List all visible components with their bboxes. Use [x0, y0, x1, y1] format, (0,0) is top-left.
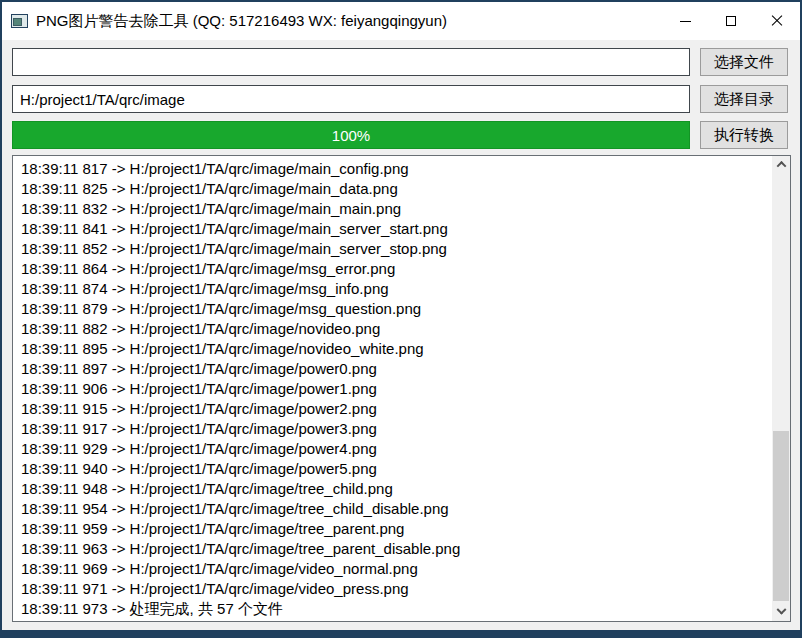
log-line: 18:39:11 882 -> H:/project1/TA/qrc/image… [21, 319, 772, 339]
log-lines: 18:39:11 817 -> H:/project1/TA/qrc/image… [13, 156, 772, 621]
log-line: 18:39:11 954 -> H:/project1/TA/qrc/image… [21, 499, 772, 519]
scrollbar-thumb[interactable] [773, 431, 789, 601]
log-line: 18:39:11 825 -> H:/project1/TA/qrc/image… [21, 179, 772, 199]
log-line: 18:39:11 864 -> H:/project1/TA/qrc/image… [21, 259, 772, 279]
scrollbar-up-button[interactable] [772, 156, 790, 173]
log-line: 18:39:11 852 -> H:/project1/TA/qrc/image… [21, 239, 772, 259]
log-line: 18:39:11 915 -> H:/project1/TA/qrc/image… [21, 399, 772, 419]
log-line: 18:39:11 969 -> H:/project1/TA/qrc/image… [21, 559, 772, 579]
log-line: 18:39:11 948 -> H:/project1/TA/qrc/image… [21, 479, 772, 499]
app-window-icon [11, 14, 28, 28]
log-line: 18:39:11 963 -> H:/project1/TA/qrc/image… [21, 539, 772, 559]
close-icon [771, 15, 783, 27]
minimize-button[interactable] [662, 2, 708, 40]
app-window-icon-pane [13, 18, 22, 26]
log-line: 18:39:11 940 -> H:/project1/TA/qrc/image… [21, 459, 772, 479]
log-line: 18:39:11 897 -> H:/project1/TA/qrc/image… [21, 359, 772, 379]
desktop: { "window": { "title": "PNG图片警告去除工具 (QQ:… [0, 0, 802, 638]
log-line: 18:39:11 817 -> H:/project1/TA/qrc/image… [21, 159, 772, 179]
select-directory-button[interactable]: 选择目录 [700, 85, 788, 113]
minimize-icon [680, 21, 691, 22]
titlebar: PNG图片警告去除工具 (QQ: 517216493 WX: feiyangqi… [2, 2, 800, 40]
log-box: 18:39:11 817 -> H:/project1/TA/qrc/image… [12, 155, 791, 622]
directory-path-input[interactable] [12, 85, 690, 113]
vertical-scrollbar[interactable] [772, 156, 790, 621]
log-line: 18:39:11 874 -> H:/project1/TA/qrc/image… [21, 279, 772, 299]
close-button[interactable] [754, 2, 800, 40]
log-line: 18:39:11 973 -> 处理完成, 共 57 个文件 [21, 599, 772, 619]
select-file-button[interactable]: 选择文件 [700, 48, 788, 76]
caption-buttons [662, 2, 800, 40]
log-line: 18:39:11 906 -> H:/project1/TA/qrc/image… [21, 379, 772, 399]
maximize-button[interactable] [708, 2, 754, 40]
progress-label: 100% [332, 127, 370, 144]
app-window: PNG图片警告去除工具 (QQ: 517216493 WX: feiyangqi… [2, 2, 800, 630]
chevron-up-icon [776, 161, 786, 171]
file-path-input[interactable] [12, 48, 690, 76]
log-line: 18:39:11 929 -> H:/project1/TA/qrc/image… [21, 439, 772, 459]
log-line: 18:39:11 832 -> H:/project1/TA/qrc/image… [21, 199, 772, 219]
scrollbar-down-button[interactable] [772, 604, 790, 621]
log-line: 18:39:11 841 -> H:/project1/TA/qrc/image… [21, 219, 772, 239]
log-line: 18:39:11 879 -> H:/project1/TA/qrc/image… [21, 299, 772, 319]
execute-convert-button[interactable]: 执行转换 [700, 121, 788, 149]
log-line: 18:39:11 971 -> H:/project1/TA/qrc/image… [21, 579, 772, 599]
log-line: 18:39:11 959 -> H:/project1/TA/qrc/image… [21, 519, 772, 539]
chevron-down-icon [776, 605, 786, 615]
progress-bar: 100% [12, 121, 690, 149]
log-line: 18:39:11 895 -> H:/project1/TA/qrc/image… [21, 339, 772, 359]
window-title: PNG图片警告去除工具 (QQ: 517216493 WX: feiyangqi… [36, 12, 447, 31]
maximize-icon [726, 16, 736, 26]
log-line: 18:39:11 917 -> H:/project1/TA/qrc/image… [21, 419, 772, 439]
